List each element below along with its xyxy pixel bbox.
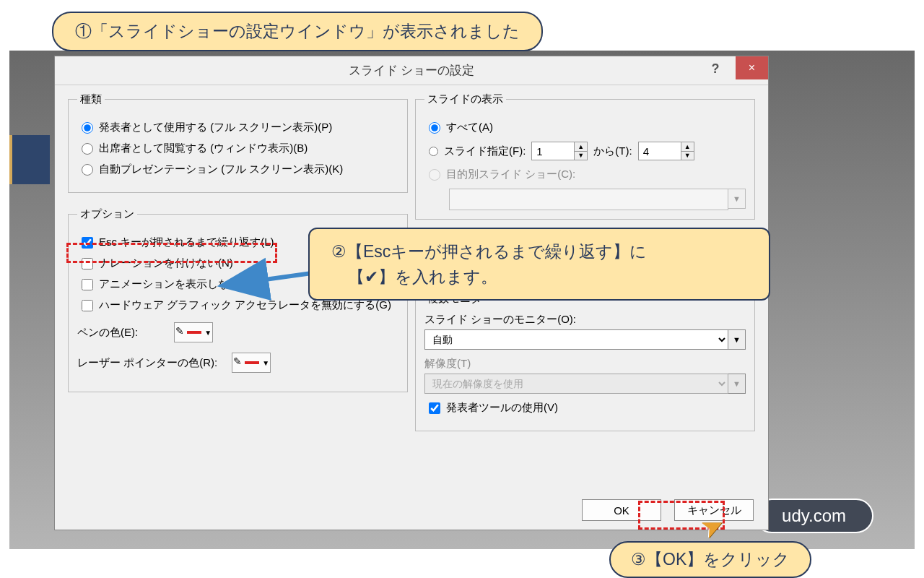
group-monitors: 複数モニター スライド ショーのモニター(O): 自動 ▼ 解像度(T) 現在の… [415,292,755,431]
custom-show-select [449,189,728,210]
monitor-select[interactable]: 自動 [424,329,728,350]
check-no-hw-gfx[interactable] [82,300,93,311]
radio-custom-show [429,169,440,181]
dialog-title: スライド ショーの設定 [349,62,475,79]
label-kiosk[interactable]: 自動プレゼンテーション (フル スクリーン表示)(K) [99,163,343,176]
check-loop-esc[interactable] [82,237,93,249]
label-no-narration[interactable]: ナレーションを付けない(N) [99,256,233,270]
chevron-down-icon[interactable]: ▼ [728,329,746,350]
group-type: 種類 発表者として使用する (フル スクリーン表示)(P) 出席者として閲覧する… [68,92,408,193]
radio-all-slides[interactable] [429,122,440,134]
laser-icon: ✎ [233,356,242,366]
callout-3: ③【OK】をクリック [609,541,811,578]
group-options-legend: オプション [77,207,137,221]
chevron-down-icon: ▼ [262,359,269,367]
laser-color-button[interactable]: ✎ ▼ [232,353,271,373]
label-slide-range[interactable]: スライド指定(F): [444,144,526,158]
ok-button[interactable]: OK [582,499,661,521]
close-button[interactable]: × [736,56,768,79]
chevron-down-icon: ▼ [728,374,746,394]
callout-2-line1: ②【Escキーが押されるまで繰り返す】に [331,239,747,264]
group-slides: スライドの表示 すべて(A) スライド指定(F): 1 ▲▼ から(T): 4 [415,92,755,220]
resolution-label: 解像度(T) [424,357,471,369]
slide-title-block [9,135,50,184]
label-loop-esc[interactable]: Esc キーが押されるまで繰り返す(L) [99,236,274,249]
help-button[interactable]: ? [705,58,726,79]
label-presenter[interactable]: 発表者として使用する (フル スクリーン表示)(P) [99,121,332,134]
label-presenter-view[interactable]: 発表者ツールの使用(V) [446,401,558,415]
chevron-down-icon: ▼ [728,189,746,209]
callout-1: ①「スライドショーの設定ウインドウ」が表示されました [52,12,543,51]
label-custom-show: 目的別スライド ショー(C): [446,168,575,181]
slide-to-value: 4 [643,145,649,158]
radio-slide-range[interactable] [429,147,438,156]
resolution-select: 現在の解像度を使用 [424,374,728,394]
radio-kiosk[interactable] [82,164,93,176]
check-no-narration[interactable] [82,258,93,269]
slide-from-spinner[interactable]: 1 ▲▼ [531,142,588,160]
label-to: から(T): [593,144,632,158]
laser-color-swatch [245,361,259,364]
radio-presenter[interactable] [82,122,93,134]
laser-color-label: レーザー ポインターの色(R): [77,356,217,370]
group-slides-legend: スライドの表示 [424,92,506,106]
chevron-down-icon: ▼ [204,329,212,337]
radio-attendee[interactable] [82,143,93,155]
group-type-legend: 種類 [77,92,105,106]
slide-from-value: 1 [536,145,542,158]
callout-2-line2: 【✔】を入れます。 [331,264,747,290]
spinner-up-icon[interactable]: ▲ [681,142,694,152]
monitor-label: スライド ショーのモニター(O): [424,313,576,325]
label-all-slides[interactable]: すべて(A) [446,121,493,134]
titlebar: スライド ショーの設定 ? × [55,56,768,85]
spinner-up-icon[interactable]: ▲ [574,142,587,152]
spinner-down-icon[interactable]: ▼ [574,152,587,160]
callout-2: ②【Escキーが押されるまで繰り返す】に 【✔】を入れます。 [308,228,770,301]
svg-line-1 [260,273,312,280]
pen-color-button[interactable]: ✎ ▼ [174,322,213,342]
pen-icon: ✎ [175,326,184,336]
label-no-animation[interactable]: アニメーションを表示しない(S) [99,277,254,291]
pen-color-label: ペンの色(E): [77,326,138,340]
check-presenter-view[interactable] [429,402,440,414]
url-pill: udy.com [754,499,873,533]
label-attendee[interactable]: 出席者として閲覧する (ウィンドウ表示)(B) [99,142,308,155]
pen-color-swatch [187,331,201,334]
spinner-down-icon[interactable]: ▼ [681,152,694,160]
slide-to-spinner[interactable]: 4 ▲▼ [638,142,694,160]
check-no-animation[interactable] [82,279,93,290]
